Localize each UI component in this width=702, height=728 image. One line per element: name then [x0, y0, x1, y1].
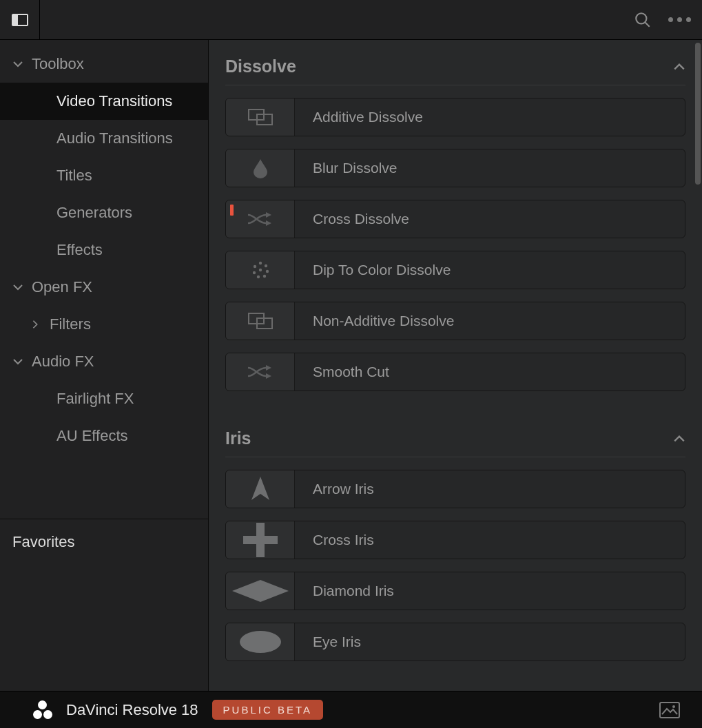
- overlap-rects-icon: [226, 98, 295, 136]
- section-title: Dissolve: [225, 56, 296, 76]
- content-split: Toolbox Video Transitions Audio Transiti…: [0, 40, 702, 691]
- svg-rect-15: [243, 536, 278, 544]
- section-title: Iris: [225, 428, 251, 448]
- drop-icon: [226, 149, 295, 187]
- panel-toggle-container: [0, 0, 40, 39]
- sidebar-item-label: Video Transitions: [56, 92, 172, 110]
- top-toolbar: [0, 0, 702, 40]
- svg-point-10: [253, 265, 256, 268]
- sidebar-node-label: Toolbox: [32, 55, 84, 73]
- cross-shape-icon: [226, 521, 295, 559]
- chevron-right-icon: [30, 320, 50, 329]
- sidebar-node-toolbox[interactable]: Toolbox: [0, 45, 208, 83]
- sidebar-item-filters[interactable]: Filters: [0, 306, 208, 343]
- svg-point-5: [264, 264, 267, 267]
- effect-label: Additive Dissolve: [295, 98, 685, 136]
- effect-label: Smooth Cut: [295, 353, 685, 391]
- effect-list-iris: Arrow Iris Cross Iris: [225, 470, 685, 661]
- svg-point-4: [258, 262, 261, 264]
- toolbar-right-group: [634, 11, 702, 29]
- favorites-panel[interactable]: Favorites: [0, 519, 208, 691]
- chevron-up-icon: [673, 61, 685, 73]
- sidebar-item-effects[interactable]: Effects: [0, 231, 208, 269]
- svg-point-0: [636, 13, 646, 23]
- cross-arrows-icon: [226, 200, 295, 238]
- favorites-label: Favorites: [12, 533, 74, 550]
- scrollbar-thumb[interactable]: [695, 43, 701, 185]
- svg-point-16: [240, 631, 281, 653]
- sidebar-item-label: AU Effects: [56, 427, 128, 445]
- sidebar-node-label: Audio FX: [32, 353, 94, 371]
- chevron-down-icon: [12, 282, 32, 293]
- sidebar-item-label: Audio Transitions: [56, 129, 173, 147]
- sidebar-item-video-transitions[interactable]: Video Transitions: [0, 83, 208, 120]
- sidebar-node-audiofx[interactable]: Audio FX: [0, 343, 208, 380]
- davinci-logo-icon: [33, 700, 52, 720]
- effect-label: Eye Iris: [295, 623, 685, 661]
- panel-toggle-icon[interactable]: [12, 14, 28, 26]
- effect-cross-dissolve[interactable]: Cross Dissolve: [225, 200, 685, 238]
- sidebar-item-au-effects[interactable]: AU Effects: [0, 417, 208, 455]
- eye-shape-icon: [226, 623, 295, 661]
- section-header-iris[interactable]: Iris: [225, 422, 685, 457]
- arrow-shape-icon: [226, 470, 295, 508]
- sidebar-tree: Toolbox Video Transitions Audio Transiti…: [0, 40, 208, 519]
- effect-label: Cross Dissolve: [295, 200, 685, 238]
- svg-point-8: [256, 275, 259, 278]
- sidebar-item-label: Effects: [56, 241, 103, 259]
- svg-point-18: [672, 705, 675, 708]
- beta-badge: PUBLIC BETA: [212, 700, 323, 720]
- effect-list-dissolve: Additive Dissolve Blur Dissolve: [225, 98, 685, 391]
- overlap-rects-icon: [226, 302, 295, 340]
- search-icon[interactable]: [634, 11, 652, 29]
- sidebar-item-label: Generators: [56, 204, 132, 222]
- effect-additive-dissolve[interactable]: Additive Dissolve: [225, 98, 685, 136]
- svg-point-9: [252, 271, 255, 274]
- chevron-down-icon: [12, 356, 32, 367]
- sidebar-item-label: Fairlight FX: [56, 390, 134, 408]
- effect-label: Diamond Iris: [295, 572, 685, 610]
- chevron-down-icon: [12, 59, 32, 70]
- sidebar-item-fairlight-fx[interactable]: Fairlight FX: [0, 380, 208, 417]
- sidebar-node-label: Open FX: [32, 278, 92, 296]
- effect-diamond-iris[interactable]: Diamond Iris: [225, 572, 685, 610]
- diamond-shape-icon: [226, 572, 295, 610]
- svg-rect-17: [660, 703, 679, 718]
- effect-label: Non-Additive Dissolve: [295, 302, 685, 340]
- sidebar-item-label: Titles: [56, 167, 92, 185]
- effect-eye-iris[interactable]: Eye Iris: [225, 623, 685, 661]
- chevron-up-icon: [673, 433, 685, 445]
- sidebar-item-label: Filters: [50, 315, 91, 333]
- effect-dip-to-color-dissolve[interactable]: Dip To Color Dissolve: [225, 251, 685, 289]
- section-header-dissolve[interactable]: Dissolve: [225, 50, 685, 85]
- effects-panel: Dissolve Additive Dissolve: [209, 40, 702, 691]
- effect-blur-dissolve[interactable]: Blur Dissolve: [225, 149, 685, 187]
- more-options-icon[interactable]: [668, 17, 691, 22]
- svg-point-7: [262, 275, 265, 278]
- sidebar-node-openfx[interactable]: Open FX: [0, 269, 208, 306]
- effect-label: Arrow Iris: [295, 470, 685, 508]
- effect-smooth-cut[interactable]: Smooth Cut: [225, 353, 685, 391]
- sidebar: Toolbox Video Transitions Audio Transiti…: [0, 40, 209, 691]
- svg-point-6: [265, 270, 268, 273]
- sidebar-item-generators[interactable]: Generators: [0, 194, 208, 231]
- sidebar-item-titles[interactable]: Titles: [0, 157, 208, 194]
- effect-label: Blur Dissolve: [295, 149, 685, 187]
- svg-point-11: [258, 269, 261, 271]
- cross-arrows-icon: [226, 353, 295, 391]
- media-page-icon[interactable]: [659, 702, 680, 718]
- bottom-bar: DaVinci Resolve 18 PUBLIC BETA: [0, 691, 702, 728]
- effect-non-additive-dissolve[interactable]: Non-Additive Dissolve: [225, 302, 685, 340]
- sidebar-item-audio-transitions[interactable]: Audio Transitions: [0, 120, 208, 157]
- dots-circle-icon: [226, 251, 295, 289]
- effect-label: Cross Iris: [295, 521, 685, 559]
- effects-scroll-area: Dissolve Additive Dissolve: [209, 40, 702, 691]
- effect-label: Dip To Color Dissolve: [295, 251, 685, 289]
- effect-arrow-iris[interactable]: Arrow Iris: [225, 470, 685, 508]
- app-name: DaVinci Resolve 18: [66, 701, 198, 719]
- svg-line-1: [645, 22, 650, 27]
- effect-cross-iris[interactable]: Cross Iris: [225, 521, 685, 559]
- app-root: Toolbox Video Transitions Audio Transiti…: [0, 0, 702, 728]
